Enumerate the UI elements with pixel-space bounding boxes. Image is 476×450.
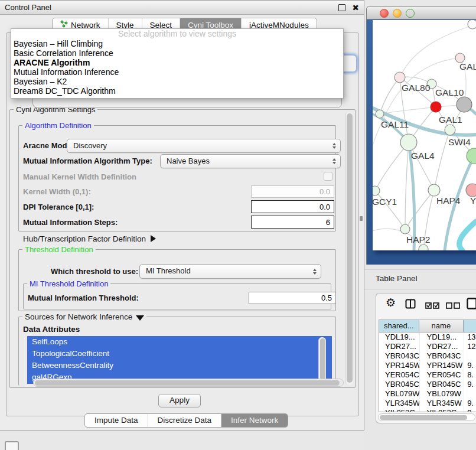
tab-discretize-data[interactable]: Discretize Data: [148, 414, 221, 427]
control-panel-titlebar[interactable]: Control Panel ✖: [0, 1, 364, 15]
table-cell[interactable]: YBR045C: [379, 380, 419, 389]
network-node[interactable]: [395, 72, 405, 83]
columns-icon[interactable]: [405, 299, 416, 311]
table-row[interactable]: YDR27...YDR27...12: [379, 342, 476, 351]
tab-infer-network[interactable]: Infer Network: [221, 414, 288, 427]
dpi-tolerance-field[interactable]: [251, 200, 334, 213]
network-node[interactable]: [428, 184, 440, 196]
table-cell[interactable]: YER054C: [419, 370, 464, 380]
table-cell[interactable]: 9.: [464, 361, 476, 370]
table-cell[interactable]: YER054C: [379, 370, 419, 380]
table-cell[interactable]: 9: [464, 408, 476, 412]
zoom-traffic-light-icon[interactable]: [406, 9, 415, 18]
table-cell[interactable]: YLR345W: [419, 399, 464, 408]
network-node[interactable]: [467, 148, 476, 164]
table-cell[interactable]: YDR27...: [379, 342, 419, 351]
scrollbar-thumb[interactable]: [320, 338, 325, 380]
table-column-header[interactable]: [464, 320, 476, 332]
table-cell[interactable]: [464, 351, 476, 361]
table-cell[interactable]: YBR045C: [419, 380, 464, 389]
network-window-titlebar[interactable]: [367, 6, 476, 19]
data-attributes-list[interactable]: SelfLoopsTopologicalCoefficientBetweenne…: [27, 336, 332, 384]
table-cell[interactable]: YLR345W: [379, 399, 419, 408]
table-cell[interactable]: YDR27...: [419, 342, 464, 351]
table-cell[interactable]: YBL079W: [419, 389, 464, 399]
settings-horizontal-scrollbar[interactable]: [33, 379, 344, 387]
table-cell[interactable]: YDL19...: [419, 332, 464, 342]
table-cell[interactable]: 13: [464, 332, 476, 342]
scrollbar-thumb[interactable]: [347, 113, 353, 383]
algorithm-option[interactable]: Bayesian – K2: [11, 77, 343, 86]
manual-kernel-checkbox[interactable]: [324, 172, 332, 181]
table-row[interactable]: YPR145WYPR145W9.: [379, 361, 476, 370]
table-row[interactable]: YBR045CYBR045C9.: [379, 380, 476, 389]
table-cell[interactable]: YIL052C: [379, 408, 419, 412]
table-cell[interactable]: YBL079W: [379, 389, 419, 399]
table-row[interactable]: YLR345WYLR345W9.: [379, 399, 476, 408]
table-row[interactable]: YBR043CYBR043C: [379, 351, 476, 361]
table-cell[interactable]: YBR043C: [419, 351, 464, 361]
network-edge[interactable]: [380, 105, 464, 114]
network-node[interactable]: [468, 20, 476, 29]
table-column-header[interactable]: name: [419, 320, 464, 332]
table-cell[interactable]: 9.: [464, 380, 476, 389]
scrollbar-thumb[interactable]: [380, 415, 467, 420]
which-threshold-select[interactable]: MI Threshold: [139, 264, 321, 279]
table-cell[interactable]: 12: [464, 342, 476, 351]
mi-steps-field[interactable]: [251, 216, 334, 229]
attributes-list-scrollbar[interactable]: [318, 337, 326, 382]
tab-impute-data[interactable]: Impute Data: [85, 414, 148, 427]
scrollbar-thumb[interactable]: [35, 380, 340, 386]
data-attribute-item[interactable]: BetweennessCentrality: [27, 360, 332, 371]
float-window-icon[interactable]: [338, 4, 345, 11]
algorithm-option[interactable]: ARACNE Algorithm: [11, 58, 343, 67]
network-edge[interactable]: [405, 142, 409, 229]
network-edge[interactable]: [380, 77, 400, 114]
mi-threshold-field[interactable]: [249, 292, 336, 304]
table-cell[interactable]: 8.: [464, 370, 476, 380]
data-attribute-item[interactable]: SelfLoops: [27, 336, 332, 348]
network-node[interactable]: [376, 110, 384, 118]
select-all-checkboxes-icon[interactable]: [425, 301, 439, 311]
network-node[interactable]: [431, 102, 441, 112]
network-node[interactable]: [373, 186, 380, 195]
algorithm-option[interactable]: Mutual Information Inference: [11, 67, 343, 77]
collapse-down-icon[interactable]: [136, 315, 144, 321]
table-cell[interactable]: 9.: [464, 399, 476, 408]
minimize-traffic-light-icon[interactable]: [393, 9, 402, 18]
algorithm-option[interactable]: Basic Correlation Inference: [11, 48, 343, 58]
gear-icon[interactable]: ⚙: [386, 295, 396, 310]
table-column-header[interactable]: shared...: [379, 320, 419, 332]
settings-vertical-scrollbar[interactable]: [345, 112, 353, 385]
close-icon[interactable]: ✖: [352, 1, 359, 15]
kernel-width-field[interactable]: [251, 185, 334, 198]
table-horizontal-scrollbar[interactable]: [378, 413, 475, 421]
data-attribute-item[interactable]: TopologicalCoefficient: [27, 348, 332, 360]
network-edge[interactable]: [459, 221, 476, 250]
table-cell[interactable]: YPR145W: [419, 361, 464, 370]
network-edge[interactable]: [375, 142, 409, 191]
hub-definition-row[interactable]: Hub/Transcription Factor Definition: [23, 234, 156, 243]
network-node[interactable]: [400, 134, 417, 151]
network-node[interactable]: [466, 184, 476, 197]
network-canvas[interactable]: GALGAL80GAL10GAL1SWI4GAL11GAL4YGCY1HAP4H…: [373, 20, 476, 250]
deselect-all-checkboxes-icon[interactable]: [446, 301, 460, 311]
mi-algorithm-type-select[interactable]: Naive Bayes: [160, 154, 341, 168]
docked-panel-icon[interactable]: [5, 441, 19, 450]
table-row[interactable]: YBL079WYBL079W: [379, 389, 476, 399]
table-row[interactable]: YER054CYER054C8.: [379, 370, 476, 380]
table-cell[interactable]: YIL052C: [419, 408, 464, 412]
table-row[interactable]: YDL19...YDL19...13: [379, 332, 476, 342]
table-row[interactable]: YIL052CYIL052C9: [379, 408, 476, 412]
aracne-mode-select[interactable]: Discovery: [67, 139, 341, 153]
algorithm-option[interactable]: Dream8 DC_TDC Algorithm: [11, 86, 343, 96]
table-cell[interactable]: YPR145W: [379, 361, 419, 370]
table-cell[interactable]: YBR043C: [379, 351, 419, 361]
new-document-icon[interactable]: [467, 298, 476, 312]
network-edge[interactable]: [434, 130, 450, 190]
network-node[interactable]: [445, 125, 455, 135]
network-node[interactable]: [457, 97, 472, 112]
panel-splitter-handle[interactable]: [360, 216, 363, 221]
network-node[interactable]: [419, 244, 428, 250]
algorithm-option[interactable]: Bayesian – Hill Climbing: [11, 39, 343, 48]
